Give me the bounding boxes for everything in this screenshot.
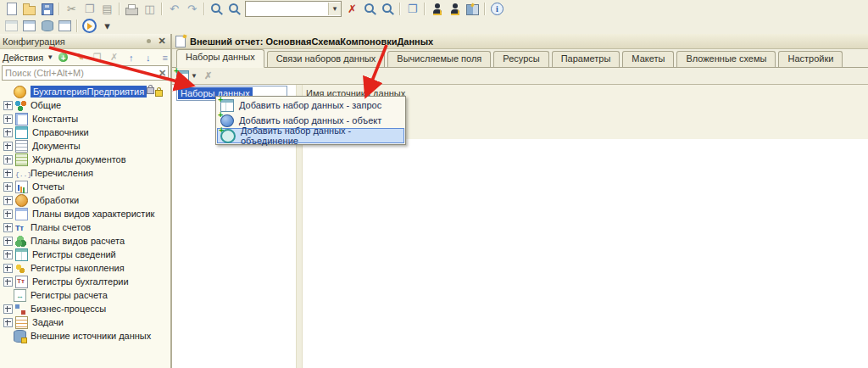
menu-item[interactable]: Добавить набор данных - запрос (217, 98, 404, 113)
print-preview-button[interactable]: ◫ (141, 2, 159, 17)
tab-настройки[interactable]: Настройки (778, 51, 843, 67)
tab-связи-наборов-данных[interactable]: Связи наборов данных (267, 51, 386, 67)
tree-item[interactable]: Планы счетов (0, 220, 170, 234)
catalogs-icon (15, 126, 28, 139)
tree-item[interactable]: Справочники (0, 125, 170, 139)
expand-icon[interactable] (3, 169, 13, 178)
database-button[interactable] (38, 19, 56, 34)
add-dataset-icon (176, 70, 189, 82)
menu-item-label: Добавить набор данных - объединение (241, 125, 401, 146)
expand-icon[interactable] (3, 277, 13, 287)
tree-item[interactable]: Отчеты (0, 180, 170, 193)
start-debug-button[interactable] (81, 19, 98, 34)
expand-icon[interactable] (3, 114, 13, 124)
delete-dataset-button[interactable]: ✗ (204, 70, 212, 81)
pin-icon[interactable] (147, 39, 151, 43)
table-editor-button[interactable] (56, 19, 74, 34)
tab-вложенные-схемы[interactable]: Вложенные схемы (676, 51, 776, 67)
sort-list-button[interactable]: ≡ (158, 51, 172, 64)
module-editor-button[interactable] (20, 19, 38, 34)
tree-item[interactable]: Регистры расчета (0, 288, 170, 302)
tree-item[interactable]: Документы (0, 139, 170, 153)
form-editor-button[interactable] (3, 19, 20, 34)
find-button[interactable] (208, 2, 225, 17)
clear-search-icon[interactable]: ✕ (157, 68, 168, 79)
configurator-button[interactable] (428, 2, 446, 17)
tab-параметры[interactable]: Параметры (552, 51, 620, 67)
expand-icon[interactable] (3, 304, 13, 314)
clone-button[interactable]: ❐ (90, 51, 104, 64)
cut-button[interactable]: ✂ (63, 2, 81, 17)
expand-icon[interactable] (3, 250, 13, 259)
expand-icon[interactable] (3, 101, 13, 110)
expand-icon[interactable] (3, 209, 13, 219)
redo-button[interactable]: ↷ (183, 2, 201, 17)
tree-item[interactable]: Константы (0, 112, 170, 125)
expand-icon[interactable] (3, 223, 13, 232)
move-up-button[interactable]: ↑ (124, 51, 138, 64)
documents-icon (15, 140, 28, 153)
copy-button[interactable]: ❐ (81, 2, 98, 17)
expand-icon[interactable] (3, 237, 13, 246)
constants-icon (15, 113, 28, 125)
expand-icon[interactable] (3, 128, 13, 137)
combobox-dropdown-button[interactable]: ▾ (328, 3, 341, 15)
expand-icon[interactable] (3, 264, 13, 273)
search-input[interactable] (3, 67, 157, 79)
print-button[interactable] (123, 2, 141, 17)
search-combobox-input[interactable] (246, 3, 328, 15)
configuration-tree: БухгалтерияПредприятияОбщиеКонстантыСпра… (0, 82, 170, 343)
tree-item[interactable]: Задачи (0, 315, 170, 329)
expand-icon[interactable] (3, 182, 13, 192)
tree-item[interactable]: Общие (0, 98, 170, 112)
tree-item[interactable]: Бизнес-процессы (0, 302, 170, 315)
menu-item[interactable]: Добавить набор данных - объединение (217, 128, 404, 143)
tab-наборы-данных[interactable]: Наборы данных (176, 49, 264, 68)
tree-item[interactable]: БухгалтерияПредприятия (0, 85, 170, 98)
info-button[interactable] (488, 2, 506, 17)
add-button[interactable] (56, 51, 70, 64)
expand-icon[interactable] (3, 318, 13, 327)
tab-макеты[interactable]: Макеты (622, 51, 674, 67)
debug-dropdown[interactable]: ▾ (98, 19, 116, 34)
tree-item[interactable]: Обработки (0, 193, 170, 207)
tab-ресурсы[interactable]: Ресурсы (493, 51, 548, 67)
tree-item[interactable]: Перечисления (0, 166, 170, 180)
undo-button[interactable]: ↶ (165, 2, 183, 17)
save-button[interactable] (38, 2, 56, 17)
edit-button[interactable]: ✎ (73, 51, 87, 64)
clear-search-button[interactable]: ✗ (343, 2, 361, 17)
tree-item[interactable]: Внешние источники данных (0, 329, 170, 343)
windows-button[interactable]: ❐ (403, 2, 421, 17)
close-panel-button[interactable]: ✕ (156, 36, 168, 47)
tree-item[interactable]: Регистры бухгалтерии (0, 275, 170, 288)
expand-icon[interactable] (3, 196, 13, 205)
add-dataset-button[interactable]: ▼ (176, 70, 198, 82)
tree-item[interactable]: Журналы документов (0, 153, 170, 166)
tree-item[interactable]: Регистры сведений (0, 248, 170, 261)
tree-item[interactable]: Планы видов характеристик (0, 207, 170, 220)
syntax-check-icon (450, 3, 460, 15)
find-next-button[interactable] (361, 2, 379, 17)
new-document-button[interactable] (3, 2, 20, 17)
find-previous-button[interactable] (379, 2, 397, 17)
tab-вычисляемые-поля[interactable]: Вычисляемые поля (387, 51, 491, 67)
help-book-button[interactable] (464, 2, 481, 17)
common-icon (15, 100, 26, 111)
tree-item[interactable]: Регистры накопления (0, 261, 170, 275)
tree-item[interactable]: Планы видов расчета (0, 234, 170, 248)
expand-icon[interactable] (3, 155, 13, 164)
expand-icon[interactable] (3, 142, 13, 151)
move-down-button[interactable]: ↓ (141, 51, 155, 64)
zoom-button[interactable] (225, 2, 243, 17)
paste-button[interactable]: ▤ (98, 2, 116, 17)
tree-item-label: Справочники (32, 127, 89, 137)
actions-menu-button[interactable]: Действия (3, 53, 43, 63)
configurator-icon (432, 3, 442, 15)
delete-button[interactable]: ✗ (107, 51, 121, 64)
tree-item-label: БухгалтерияПредприятия (31, 86, 147, 98)
syntax-check-button[interactable] (446, 2, 464, 17)
open-button[interactable] (20, 2, 38, 17)
debug-dropdown: ▾ (104, 20, 110, 32)
add-icon (58, 53, 68, 62)
